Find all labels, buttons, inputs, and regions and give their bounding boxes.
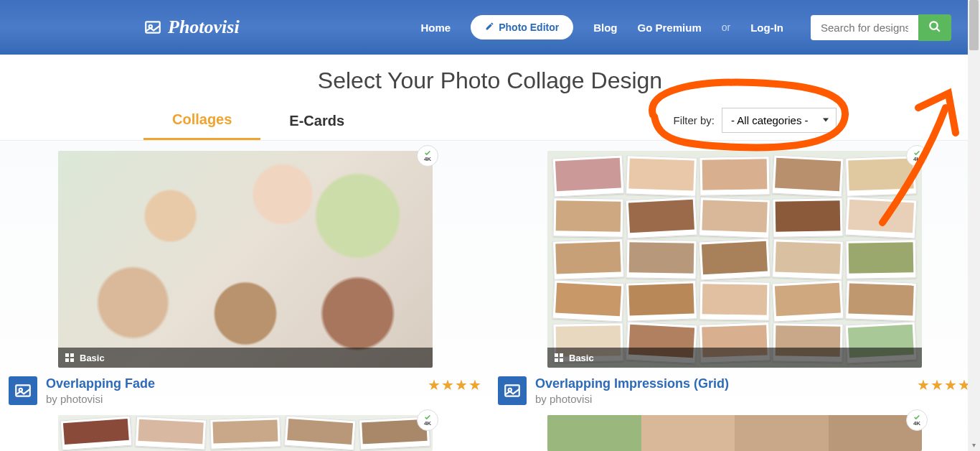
category-bar: Basic [58, 348, 433, 368]
quality-badge: 4K [417, 145, 438, 167]
svg-rect-3 [65, 353, 69, 357]
design-thumbnail: Basic [58, 151, 433, 368]
svg-rect-5 [65, 358, 69, 362]
tab-collages[interactable]: Collages [143, 100, 260, 140]
nav-home[interactable]: Home [421, 22, 451, 34]
design-author: by photovisi [46, 393, 419, 405]
svg-rect-4 [70, 353, 74, 357]
svg-rect-11 [555, 358, 558, 362]
tabs-row: Collages E-Cards Filter by: - All catego… [0, 100, 980, 141]
design-thumbnail: Basic [547, 151, 922, 368]
svg-rect-9 [555, 353, 558, 357]
search-container [811, 14, 951, 41]
design-thumb-wrap[interactable]: Basic 4K [547, 151, 922, 368]
quality-label: 4K [424, 156, 431, 162]
nav-or-separator: or [722, 22, 730, 33]
nav-bar: Home Photo Editor Blog Go Premium or Log… [421, 14, 951, 41]
scrollbar-track[interactable] [968, 0, 980, 451]
grid-icon [65, 353, 74, 362]
photo-editor-button[interactable]: Photo Editor [471, 15, 573, 39]
design-type-icon [498, 376, 527, 405]
search-input[interactable] [811, 15, 918, 40]
design-gallery: Basic 4K Overlapping Fade by photovisi ★… [0, 141, 980, 451]
nav-login[interactable]: Log-In [750, 22, 783, 34]
brand-name: Photovisi [168, 17, 240, 38]
design-thumbnail [58, 415, 433, 451]
design-author: by photovisi [535, 393, 908, 405]
design-thumb-wrap[interactable]: 4K [58, 415, 433, 451]
scrollbar-down-arrow[interactable]: ▾ [968, 439, 980, 451]
svg-rect-6 [70, 358, 74, 362]
main-header: Photovisi Home Photo Editor Blog Go Prem… [0, 0, 980, 55]
nav-blog[interactable]: Blog [593, 22, 617, 34]
svg-point-2 [930, 22, 938, 29]
quality-badge: 4K [417, 409, 438, 431]
nav-go-premium[interactable]: Go Premium [638, 22, 702, 34]
card-meta: Overlapping Fade by photovisi ★★★★ [6, 368, 485, 405]
quality-badge: 4K [906, 145, 928, 167]
design-title[interactable]: Overlapping Fade [46, 376, 419, 391]
design-thumb-wrap[interactable]: Basic 4K [58, 151, 433, 368]
rating-stars: ★★★★ [428, 376, 482, 394]
category-label: Basic [80, 353, 105, 363]
design-card: 4K [495, 415, 974, 451]
svg-rect-10 [560, 353, 563, 357]
tab-ecards[interactable]: E-Cards [260, 101, 373, 139]
filter-label: Filter by: [673, 114, 715, 126]
design-card: Basic 4K Overlapping Impressions (Grid) … [495, 151, 974, 405]
design-card: 4K [6, 415, 485, 451]
quality-label: 4K [913, 156, 920, 162]
search-icon [928, 20, 941, 35]
pencil-icon [485, 22, 494, 33]
design-title[interactable]: Overlapping Impressions (Grid) [535, 376, 908, 391]
filter-area: Filter by: - All categories - [673, 108, 837, 133]
filter-category-dropdown[interactable]: - All categories - [722, 108, 837, 133]
grid-icon [555, 353, 563, 362]
quality-label: 4K [913, 420, 920, 427]
design-thumb-wrap[interactable]: 4K [547, 415, 922, 451]
search-button[interactable] [918, 14, 951, 41]
category-bar: Basic [547, 348, 922, 368]
gallery-row: Basic 4K Overlapping Fade by photovisi ★… [0, 151, 980, 405]
photo-editor-label: Photo Editor [499, 22, 559, 33]
design-type-icon [9, 376, 37, 405]
design-card: Basic 4K Overlapping Fade by photovisi ★… [6, 151, 485, 405]
logo-icon [143, 18, 162, 37]
brand-logo[interactable]: Photovisi [143, 17, 240, 38]
quality-label: 4K [424, 420, 431, 427]
quality-badge: 4K [906, 409, 928, 431]
category-label: Basic [569, 353, 594, 363]
scrollbar-thumb[interactable] [969, 0, 979, 50]
card-meta: Overlapping Impressions (Grid) by photov… [495, 368, 974, 405]
design-thumbnail [547, 415, 922, 451]
page-title: Select Your Photo Collage Design [0, 55, 980, 100]
rating-stars: ★★★★ [917, 376, 971, 394]
svg-rect-12 [560, 358, 563, 362]
gallery-row: 4K 4K [0, 415, 980, 451]
